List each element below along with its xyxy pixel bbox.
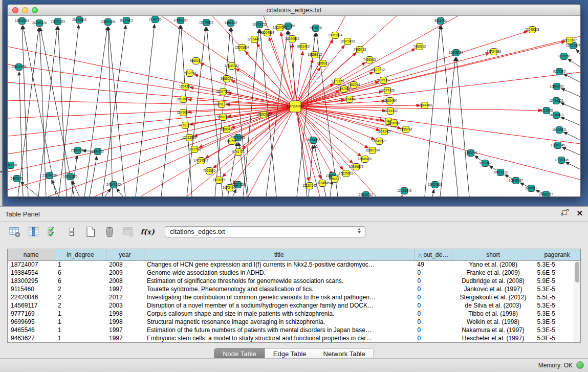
graph-edge[interactable] bbox=[565, 162, 580, 169]
graph-node[interactable]: 2718170 bbox=[179, 122, 192, 129]
cell-short[interactable]: Jankovic et al. (1997) bbox=[452, 285, 534, 293]
graph-node[interactable]: 13184545 bbox=[315, 180, 330, 187]
memory-status-indicator[interactable] bbox=[576, 361, 584, 369]
graph-edge[interactable] bbox=[402, 195, 402, 196]
graph-node[interactable]: 16612457 bbox=[377, 128, 392, 135]
graph-node[interactable]: 15549122 bbox=[372, 138, 387, 145]
graph-node[interactable]: 12254413 bbox=[247, 36, 262, 43]
network-canvas[interactable]: 1841305424055724230211332513451830691406… bbox=[8, 16, 580, 196]
graph-node[interactable]: 11544469 bbox=[418, 102, 432, 109]
cell-in_degree[interactable]: 1 bbox=[55, 310, 106, 318]
function-builder-icon[interactable]: f(x) bbox=[141, 225, 154, 238]
graph-node[interactable]: 16122411 bbox=[119, 17, 134, 24]
column-header-in-degree[interactable]: in_degree bbox=[55, 249, 106, 260]
graph-node[interactable]: 25134518 bbox=[72, 17, 87, 24]
graph-edge[interactable] bbox=[456, 57, 469, 196]
graph-node[interactable]: 16946587 bbox=[509, 178, 524, 184]
graph-node[interactable]: 23021133 bbox=[51, 18, 65, 25]
graph-node[interactable]: 24644502 bbox=[106, 182, 121, 188]
graph-node[interactable]: 9886022 bbox=[221, 76, 233, 82]
graph-node[interactable]: 12213509 bbox=[182, 135, 197, 141]
cell-name[interactable]: 9115460 bbox=[8, 285, 55, 293]
graph-node[interactable]: 23194056 bbox=[42, 172, 57, 179]
graph-node[interactable]: 25160650 bbox=[71, 147, 85, 154]
graph-node[interactable]: 22605854 bbox=[235, 45, 250, 51]
table-row[interactable]: 1872400712008Changes of HCN gene express… bbox=[8, 260, 580, 269]
graph-edge[interactable] bbox=[257, 43, 295, 106]
cell-name[interactable]: 18300295 bbox=[8, 277, 55, 285]
tab-network-table[interactable]: Network Table bbox=[315, 348, 374, 359]
graph-node[interactable]: 8990852 bbox=[92, 148, 104, 155]
graph-edge[interactable] bbox=[568, 59, 580, 67]
graph-node[interactable]: 15235852 bbox=[339, 170, 354, 177]
graph-node[interactable]: 10332195 bbox=[63, 173, 78, 180]
graph-node[interactable]: 9891022 bbox=[177, 96, 190, 103]
graph-node[interactable]: 16875712 bbox=[376, 77, 391, 84]
graph-node[interactable]: 9150098 bbox=[8, 162, 17, 169]
graph-node[interactable]: 9497568 bbox=[338, 86, 351, 93]
cell-name[interactable]: 18724007 bbox=[8, 260, 55, 269]
cell-pagerank[interactable]: 5.3E-5 bbox=[534, 318, 580, 326]
graph-node[interactable]: 6466162 bbox=[225, 20, 237, 27]
graph-node[interactable]: 15545492 bbox=[358, 156, 373, 163]
graph-node[interactable]: 19734983 bbox=[487, 49, 502, 55]
graph-edge[interactable] bbox=[295, 105, 420, 106]
cell-pagerank[interactable]: 5.3E-5 bbox=[534, 260, 580, 269]
cell-pagerank[interactable]: 5.3E-5 bbox=[534, 326, 580, 334]
cell-name[interactable]: 9463627 bbox=[8, 334, 55, 342]
graph-node[interactable]: 8103079 bbox=[213, 177, 226, 184]
graph-node[interactable]: 10719155 bbox=[252, 21, 267, 28]
tab-node-table[interactable]: Node Table bbox=[214, 348, 265, 359]
window-titlebar[interactable]: citations_edges.txt bbox=[8, 5, 580, 16]
cell-short[interactable]: Yano et al. (2008) bbox=[452, 260, 534, 269]
cell-title[interactable]: Structural magnetic resonance image aver… bbox=[144, 318, 415, 326]
graph-edge[interactable] bbox=[295, 106, 580, 180]
cell-name[interactable]: 14569117 bbox=[8, 301, 55, 310]
network-view-window[interactable]: citations_edges.txt 18413054240557242302… bbox=[7, 4, 581, 197]
cell-pagerank[interactable]: 5.9E-5 bbox=[534, 277, 580, 285]
graph-node[interactable]: 12124549 bbox=[273, 25, 288, 31]
row-check-icon[interactable] bbox=[46, 225, 59, 238]
cell-title[interactable]: Estimation of significance thresholds fo… bbox=[144, 277, 415, 285]
table-row[interactable]: 977716911998Corpus callosum shape and si… bbox=[8, 310, 580, 318]
cell-year[interactable]: 1997 bbox=[106, 326, 144, 334]
cell-in_degree[interactable]: 1 bbox=[55, 260, 106, 269]
cell-name[interactable]: 9699695 bbox=[8, 318, 55, 326]
graph-node[interactable]: 11548108 bbox=[525, 27, 539, 33]
graph-node[interactable]: 16640910 bbox=[285, 36, 300, 42]
graph-node[interactable]: 18957594 bbox=[365, 147, 380, 154]
cell-title[interactable]: Embryonic stem cells: a model to study s… bbox=[144, 334, 415, 342]
stacked-rows-icon[interactable] bbox=[65, 225, 78, 238]
table-row[interactable]: 946362711997Embryonic stem cells: a mode… bbox=[8, 334, 580, 342]
cell-short[interactable]: Wolkin et al. (1998) bbox=[452, 318, 534, 326]
cell-short[interactable]: Nakamura et al. (1997) bbox=[452, 326, 534, 334]
table-row[interactable]: 969969511998Structural magnetic resonanc… bbox=[8, 318, 580, 326]
cell-short[interactable]: de Silva et al. (2003) bbox=[452, 301, 534, 310]
graph-node[interactable]: 10653287 bbox=[173, 17, 188, 24]
table-vertical-scrollbar[interactable] bbox=[574, 261, 580, 342]
float-window-icon[interactable] bbox=[561, 209, 569, 217]
column-header-short[interactable]: short bbox=[452, 249, 534, 260]
graph-node[interactable]: 7154547 bbox=[329, 176, 341, 183]
graph-edge[interactable] bbox=[84, 27, 107, 196]
graph-node[interactable]: 24502117 bbox=[539, 191, 553, 197]
cell-out_degree[interactable]: 0 bbox=[415, 326, 452, 334]
graph-node[interactable]: 24055724 bbox=[32, 20, 47, 27]
graph-edge[interactable] bbox=[90, 156, 97, 196]
graph-edge[interactable] bbox=[330, 181, 332, 196]
cell-year[interactable]: 2008 bbox=[106, 260, 144, 269]
graph-edge[interactable] bbox=[295, 106, 580, 144]
cell-out_degree[interactable]: 49 bbox=[415, 260, 452, 269]
graph-node[interactable]: 5905135 bbox=[11, 176, 24, 182]
graph-node[interactable]: 9329966 bbox=[558, 53, 571, 60]
graph-node[interactable]: 8096957 bbox=[388, 120, 401, 127]
graph-node[interactable]: 12891370 bbox=[214, 101, 229, 108]
graph-node[interactable]: 9861902 bbox=[297, 43, 310, 50]
table-row[interactable]: 911546021997Tourette syndrome. Phenomeno… bbox=[8, 285, 580, 293]
cell-title[interactable]: Genome-wide association studies in ADHD. bbox=[144, 269, 415, 277]
graph-edge[interactable] bbox=[199, 106, 295, 147]
graph-edge[interactable] bbox=[23, 26, 56, 196]
graph-edge[interactable] bbox=[72, 181, 79, 196]
graph-node[interactable]: 9245012 bbox=[525, 185, 538, 192]
graph-node[interactable]: 15276021 bbox=[199, 19, 214, 26]
